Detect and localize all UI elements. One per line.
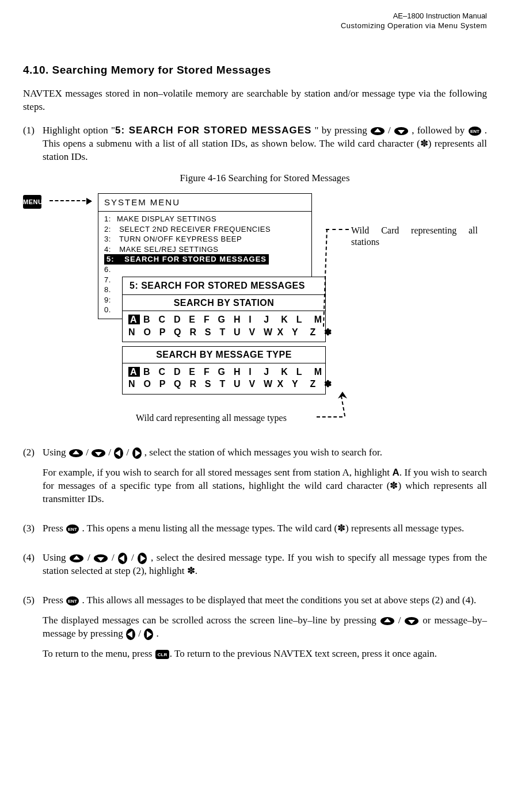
annotation-wildcard-msgtypes: Wild card representing all message types: [136, 412, 287, 424]
left-key-icon: [117, 552, 128, 565]
step-3-text: Press ENT . This opens a menu listing al…: [43, 522, 487, 535]
menu-item-selected[interactable]: 5: SEARCH FOR STORED MESSAGES: [104, 254, 306, 265]
arrow-head-icon: [338, 392, 347, 399]
msgtype-submenu: SEARCH BY MESSAGE TYPE A B C D E F G H I…: [122, 346, 326, 394]
down-key-icon: [93, 554, 108, 563]
section-intro: NAVTEX messages stored in non–volatile m…: [23, 87, 487, 114]
system-menu-title: SYSTEM MENU: [98, 194, 311, 212]
step-number: (4): [23, 551, 43, 585]
up-key-icon: [370, 127, 385, 136]
svg-marker-6: [338, 392, 347, 399]
down-key-icon: [394, 127, 409, 136]
clr-key-icon: CLR: [155, 649, 170, 660]
annotation-wildcard-stations: Wild Card representing all stations: [351, 225, 478, 248]
header-line1: AE–1800 Instruction Manual: [23, 12, 487, 21]
step-3: (3) Press ENT . This opens a menu listin…: [23, 522, 487, 542]
svg-text:ENT: ENT: [68, 527, 77, 532]
up-key-icon: [69, 554, 84, 563]
right-key-icon: [143, 628, 154, 641]
section-title: 4.10. Searching Memory for Stored Messag…: [23, 63, 487, 78]
up-key-icon: [380, 616, 395, 626]
down-key-icon: [404, 616, 419, 626]
left-key-icon: [113, 447, 124, 459]
diagram: MENU SYSTEM MENU 1:MAKE DISPLAY SETTINGS…: [23, 193, 487, 429]
step-5: (5) Press ENT . This allows all messages…: [23, 594, 487, 668]
grid-selected[interactable]: A: [128, 315, 140, 324]
dashed-callout: [317, 416, 342, 418]
label-a: A: [392, 467, 399, 478]
station-grid[interactable]: A B C D E F G H I J K L M N O P Q R S T …: [123, 311, 325, 342]
menu-button[interactable]: MENU: [23, 195, 41, 209]
menu-item[interactable]: 3: TURN ON/OFF KEYPRESS BEEP: [104, 234, 306, 244]
ent-key-icon: ENT: [468, 126, 482, 136]
dashed-callout: [326, 229, 349, 230]
menu-item[interactable]: 4: MAKE SEL/REJ SETTINGS: [104, 244, 306, 255]
option-highlight: 5: SEARCH FOR STORED MESSAGES: [115, 125, 311, 136]
ent-key-icon: ENT: [66, 596, 79, 606]
submenu-heading: SEARCH BY MESSAGE TYPE: [123, 347, 325, 363]
step-number: (3): [23, 522, 43, 542]
svg-text:ENT: ENT: [68, 599, 77, 604]
page-header: AE–1800 Instruction Manual Customizing O…: [23, 12, 487, 31]
station-submenu: 5: SEARCH FOR STORED MESSAGES SEARCH BY …: [122, 277, 326, 342]
up-key-icon: [68, 449, 83, 458]
menu-item[interactable]: 1:MAKE DISPLAY SETTINGS: [104, 214, 306, 224]
step-1: (1) Highlight option "5: SEARCH FOR STOR…: [23, 124, 487, 437]
menu-item[interactable]: 2: SELECT 2ND RECEIVER FREQUENCIES: [104, 224, 306, 235]
menu-item[interactable]: 6.: [104, 265, 306, 275]
submenu-title: 5: SEARCH FOR STORED MESSAGES: [123, 277, 325, 295]
step-5-text-2: The displayed messages can be scrolled a…: [43, 614, 487, 641]
submenu-heading: SEARCH BY STATION: [123, 295, 325, 312]
step-1-text: Highlight option "5: SEARCH FOR STORED M…: [43, 124, 487, 164]
grid-selected[interactable]: A: [128, 367, 140, 377]
right-key-icon: [137, 552, 147, 565]
step-2-text-2: For example, if you wish to search for a…: [43, 466, 487, 506]
step-2: (2) Using / / / , select the station of …: [23, 446, 487, 513]
right-key-icon: [132, 447, 142, 459]
down-key-icon: [91, 449, 106, 458]
svg-text:ENT: ENT: [470, 129, 479, 134]
ent-key-icon: ENT: [66, 524, 79, 534]
dashed-callout: [341, 396, 345, 416]
dashed-arrow-icon: [50, 200, 91, 202]
svg-text:CLR: CLR: [158, 652, 168, 657]
step-number: (2): [23, 446, 43, 513]
step-number: (5): [23, 594, 43, 668]
step-4: (4) Using / / / , select the desired mes…: [23, 551, 487, 585]
figure-caption: Figure 4-16 Searching for Stored Message…: [43, 172, 487, 185]
msgtype-grid[interactable]: A B C D E F G H I J K L M N O P Q R S T …: [123, 363, 325, 394]
step-5-text-1: Press ENT . This allows all messages to …: [43, 594, 487, 607]
step-2-text-1: Using / / / , select the station of whic…: [43, 446, 487, 459]
left-key-icon: [125, 628, 136, 641]
step-4-text: Using / / / , select the desired message…: [43, 551, 487, 578]
step-5-text-3: To return to the menu, press CLR. To ret…: [43, 648, 487, 661]
header-line2: Customizing Operation via Menu System: [23, 21, 487, 31]
